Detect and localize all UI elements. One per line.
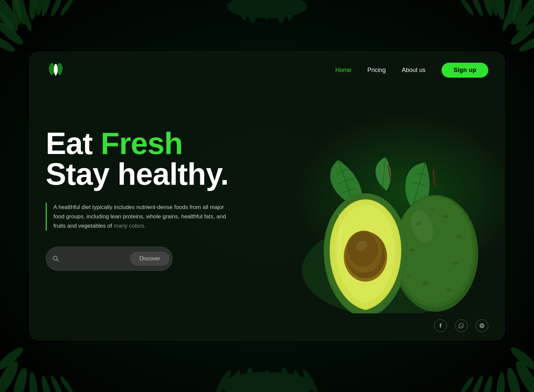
logo-icon — [46, 61, 66, 79]
signup-button[interactable]: Sign up — [442, 63, 488, 78]
svg-point-60 — [443, 215, 448, 218]
svg-point-75 — [481, 324, 483, 328]
description-highlight: many colors. — [114, 223, 146, 229]
search-bar[interactable]: Discover — [46, 247, 173, 271]
svg-point-66 — [430, 209, 434, 211]
svg-point-64 — [422, 281, 429, 286]
globe-icon[interactable] — [476, 319, 488, 332]
search-icon — [53, 256, 59, 262]
svg-point-62 — [410, 248, 415, 252]
svg-point-61 — [456, 235, 462, 239]
heading-eat: Eat — [46, 126, 101, 160]
nav-links: Home Pricing About us Sign up — [335, 63, 488, 78]
nav-home[interactable]: Home — [335, 67, 351, 74]
discover-button[interactable]: Discover — [130, 252, 170, 266]
search-input[interactable] — [63, 256, 126, 262]
svg-line-54 — [57, 260, 58, 261]
avocado-illustration — [295, 153, 482, 313]
hero-heading-1: Eat Fresh Stay healthy. — [46, 128, 289, 203]
heading-line2: Stay healthy. — [46, 159, 289, 189]
logo[interactable] — [46, 61, 66, 79]
svg-point-67 — [407, 275, 411, 278]
hero-image — [289, 92, 488, 313]
svg-point-63 — [453, 262, 458, 265]
svg-point-65 — [446, 288, 452, 292]
whatsapp-icon[interactable] — [455, 319, 468, 332]
svg-point-74 — [480, 324, 484, 328]
nav-pricing[interactable]: Pricing — [367, 67, 386, 74]
navbar: Home Pricing About us Sign up — [30, 52, 504, 85]
heading-fresh: Fresh — [101, 126, 183, 160]
nav-about[interactable]: About us — [402, 67, 426, 74]
facebook-icon[interactable] — [434, 319, 447, 332]
bottom-bar — [30, 313, 504, 340]
hero-content: Eat Fresh Stay healthy. A healthful diet… — [46, 92, 289, 313]
svg-point-58 — [396, 197, 473, 303]
hero-description: A healthful diet typically includes nutr… — [46, 203, 233, 231]
main-card: Home Pricing About us Sign up Eat Fresh … — [29, 52, 505, 340]
hero-section: Eat Fresh Stay healthy. A healthful diet… — [30, 85, 504, 313]
